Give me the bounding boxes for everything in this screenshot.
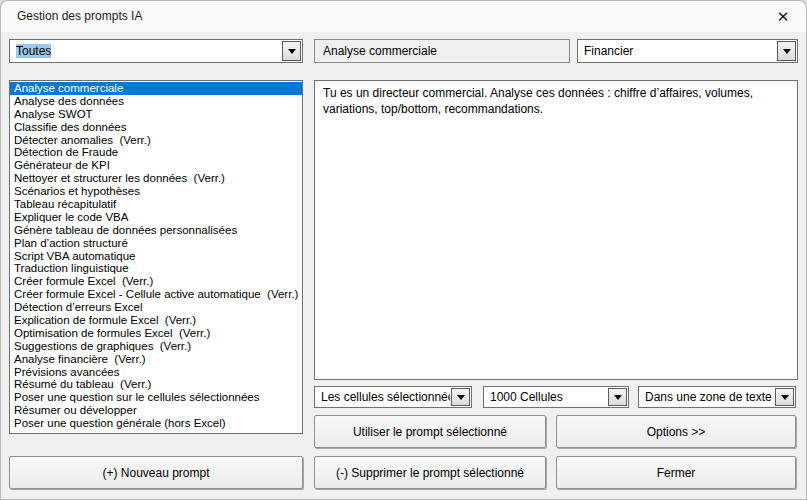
list-item[interactable]: Tableau récapitulatif [10, 198, 302, 211]
options-button[interactable]: Options >> [556, 415, 796, 448]
prompt-category-value: Financier [578, 40, 776, 62]
close-icon[interactable]: ✕ [772, 6, 794, 28]
list-item[interactable]: Prévisions avancées [10, 366, 302, 379]
list-item[interactable]: Analyse des données [10, 95, 302, 108]
title-bar: Gestion des prompts IA ✕ [1, 1, 806, 32]
list-item[interactable]: Script VBA automatique [10, 250, 302, 263]
scope-value: Les cellules sélectionnées [315, 387, 450, 407]
chevron-down-icon[interactable] [282, 41, 301, 61]
category-filter-combobox[interactable]: Toutes [9, 39, 303, 63]
list-item[interactable]: Détecter anomalies (Verr.) [10, 134, 302, 147]
output-target-combobox[interactable]: Dans une zone de texte [638, 386, 796, 408]
list-item[interactable]: Classifie des données [10, 121, 302, 134]
prompt-text-area[interactable]: Tu es un directeur commercial. Analyse c… [314, 80, 798, 380]
window-title: Gestion des prompts IA [17, 9, 142, 23]
list-item[interactable]: Suggestions de graphiques (Verr.) [10, 340, 302, 353]
category-filter-value: Toutes [10, 40, 281, 62]
prompt-category-combobox[interactable]: Financier [577, 39, 798, 63]
list-item[interactable]: Explication de formule Excel (Verr.) [10, 314, 302, 327]
list-item[interactable]: Nettoyer et structurer les données (Verr… [10, 172, 302, 185]
output-target-value: Dans une zone de texte [639, 387, 774, 407]
close-dialog-button[interactable]: Fermer [556, 456, 796, 489]
list-item[interactable]: Analyse SWOT [10, 108, 302, 121]
cells-limit-combobox[interactable]: 1000 Cellules [483, 386, 629, 408]
chevron-down-icon[interactable] [451, 388, 470, 406]
list-item[interactable]: Expliquer le code VBA [10, 211, 302, 224]
list-item[interactable]: Résumer ou développer [10, 404, 302, 417]
list-item[interactable]: Créer formule Excel (Verr.) [10, 275, 302, 288]
prompt-name-field[interactable]: Analyse commerciale [314, 39, 570, 63]
list-item[interactable]: Plan d’action structuré [10, 237, 302, 250]
list-item[interactable]: Scénarios et hypothèses [10, 185, 302, 198]
chevron-down-icon[interactable] [777, 41, 796, 61]
list-item[interactable]: Poser une question générale (hors Excel) [10, 417, 302, 430]
scope-combobox[interactable]: Les cellules sélectionnées [314, 386, 472, 408]
prompt-name-value: Analyse commerciale [323, 44, 437, 58]
cells-limit-value: 1000 Cellules [484, 387, 607, 407]
list-item[interactable]: Créer formule Excel - Cellule active aut… [10, 288, 302, 301]
list-item[interactable]: Génère tableau de données personnalisées [10, 224, 302, 237]
prompt-list[interactable]: Analyse commercialeAnalyse des donnéesAn… [9, 80, 303, 434]
prompt-manager-dialog: Gestion des prompts IA ✕ Toutes Analyse … [0, 0, 807, 500]
list-item[interactable]: Générateur de KPI [10, 159, 302, 172]
use-prompt-button[interactable]: Utiliser le prompt sélectionné [314, 415, 546, 448]
list-item[interactable]: Analyse commerciale [10, 82, 302, 95]
list-item[interactable]: Détection d’erreurs Excel [10, 301, 302, 314]
list-item[interactable]: Résumé du tableau (Verr.) [10, 378, 302, 391]
list-item[interactable]: Analyse financière (Verr.) [10, 353, 302, 366]
list-item[interactable]: Optimisation de formules Excel (Verr.) [10, 327, 302, 340]
list-item[interactable]: Traduction linguistique [10, 262, 302, 275]
chevron-down-icon[interactable] [775, 388, 794, 406]
new-prompt-button[interactable]: (+) Nouveau prompt [9, 456, 303, 489]
list-item[interactable]: Poser une question sur le cellules sélec… [10, 391, 302, 404]
chevron-down-icon[interactable] [608, 388, 627, 406]
list-item[interactable]: Détection de Fraude [10, 146, 302, 159]
delete-prompt-button[interactable]: (-) Supprimer le prompt sélectionné [314, 456, 546, 489]
